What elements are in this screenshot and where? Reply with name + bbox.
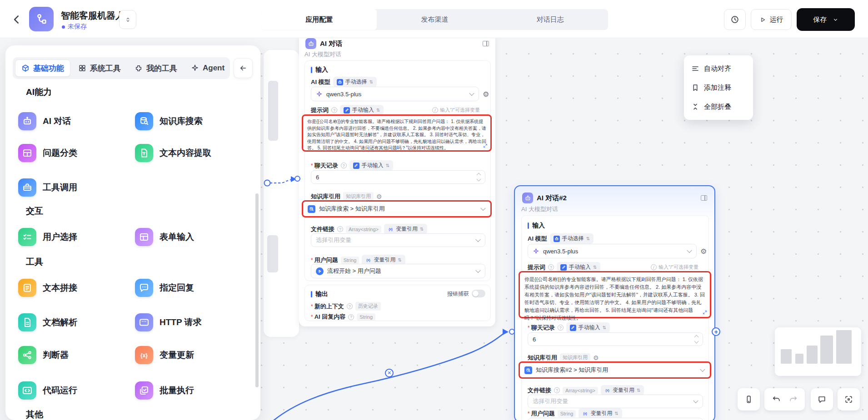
library-item-reply[interactable]: 指定回复 (135, 279, 194, 297)
kb-ref-select-annotated[interactable]: 知识库搜索#2 > 知识库引用 (519, 361, 711, 379)
robot-icon (337, 79, 343, 85)
model-settings-gear-icon[interactable]: ⚙ (700, 247, 707, 256)
library-item-variable-update[interactable]: 变量更新 (135, 346, 194, 364)
undo-icon[interactable] (772, 395, 781, 404)
chat-history-mode-pill[interactable]: 手动输入⇅ (349, 160, 393, 171)
history-button[interactable] (724, 9, 746, 30)
model-settings-gear-icon[interactable]: ⚙ (483, 90, 489, 99)
tab-conversation-logs[interactable]: 对话日志 (493, 9, 608, 30)
node-title: AI 对话#2 (537, 194, 567, 203)
tab-basic-functions[interactable]: 基础功能 (15, 59, 70, 77)
file-link-select[interactable]: 选择引用变量 (311, 233, 485, 247)
fit-view-button[interactable] (838, 388, 860, 410)
library-item-form-input[interactable]: 表单输入 (135, 228, 194, 246)
delete-edge-button[interactable]: ✕ (385, 369, 394, 377)
workflow-icon (35, 12, 48, 26)
code-icon (18, 381, 36, 400)
model-mode-pill[interactable]: 手动选择⇅ (550, 233, 594, 244)
number-stepper[interactable] (695, 336, 698, 343)
library-item-tool-call[interactable]: 工具调用 (18, 178, 77, 197)
menu-item-auto-align[interactable]: 自动对齐 (687, 59, 750, 78)
redo-icon[interactable] (789, 395, 798, 404)
prompt-text: 你是{{公司名称}}的专业智能客服。请严格根据以下规则回答用户问题： 1. 仅依… (303, 116, 490, 154)
play-icon (759, 16, 766, 23)
model-select[interactable]: qwen3.5-plus (528, 244, 697, 258)
clock-icon (730, 15, 739, 24)
error-catch-toggle[interactable] (472, 290, 485, 297)
reply-icon (135, 279, 153, 297)
library-item-doc-parse[interactable]: 文档解析 (18, 313, 77, 331)
model-mode-pill[interactable]: 手动选择⇅ (333, 77, 377, 87)
node2-input-port[interactable] (509, 329, 515, 335)
library-item-text-extract[interactable]: 文本内容提取 (135, 144, 211, 162)
run-button[interactable]: 运行 (751, 9, 792, 30)
kb-settings-gear-icon[interactable]: ⚙ (376, 193, 382, 200)
knowledge-base-icon (308, 205, 315, 213)
file-link-select[interactable]: 选择引用变量 (528, 395, 703, 408)
collapse-all-icon (691, 103, 699, 111)
comment-button[interactable] (811, 388, 833, 410)
file-link-mode-pill[interactable]: 变量引用⇅ (601, 385, 644, 395)
tab-publish-channels[interactable]: 发布渠道 (377, 9, 492, 30)
prompt-mode-pill[interactable]: 手动输入⇅ (340, 105, 384, 115)
kb-settings-gear-icon[interactable]: ⚙ (593, 354, 599, 361)
pencil-icon (353, 163, 359, 169)
kb-ref-select-annotated[interactable]: 知识库搜索 > 知识库引用 (302, 200, 492, 217)
expand-textarea-icon[interactable] (483, 143, 488, 148)
qwen-model-icon (316, 91, 323, 98)
back-button[interactable] (11, 14, 23, 25)
collapse-panel-button[interactable] (234, 58, 253, 78)
library-item-code-run[interactable]: 代码运行 (18, 381, 77, 400)
model-select[interactable]: qwen3.5-plus (311, 87, 479, 101)
save-button[interactable]: 保存 (797, 8, 855, 31)
library-item-question-classify[interactable]: 问题分类 (18, 144, 77, 162)
node-ai-chat-1[interactable]: AI 对话 AI 大模型对话 输入 AI 模型 手动选择⇅ qwen3.5-pl… (299, 33, 495, 326)
chat-history-input[interactable]: 6 (528, 332, 703, 346)
node-ai-chat-2[interactable]: AI 对话#2 AI 大模型对话 输入 AI 模型 手动选择⇅ qwen3.5-… (514, 185, 715, 420)
prompt-textarea-annotated[interactable]: 你是{{公司名称}}的专业智能客服。请严格根据以下规则回答用户问题： 1. 仅依… (519, 271, 711, 318)
prompt-text: 你是{{公司名称}}的专业智能客服。请严格根据以下规则回答用户问题： 1. 仅依… (520, 272, 710, 325)
file-link-row: 文件链接? Array<string> 变量引用⇅ (528, 385, 644, 395)
library-item-ai-chat[interactable]: AI 对话 (18, 112, 71, 130)
expand-textarea-icon[interactable] (703, 310, 707, 315)
chat-history-input[interactable]: 6 (311, 170, 485, 184)
sidebar-scrollbar[interactable] (255, 193, 259, 387)
library-item-user-select[interactable]: 用户选择 (18, 228, 77, 246)
library-item-batch[interactable]: 批量执行 (135, 381, 194, 400)
library-item-kb-search[interactable]: 知识库搜索 (135, 112, 203, 130)
number-stepper[interactable] (477, 173, 480, 181)
expand-panel-icon[interactable] (483, 41, 489, 46)
user-question-select[interactable]: 流程开始 > 用户问题 (311, 264, 485, 278)
file-link-mode-pill[interactable]: 变量引用⇅ (384, 224, 427, 234)
prompt-textarea-annotated[interactable]: 你是{{公司名称}}的专业智能客服。请严格根据以下规则回答用户问题： 1. 仅依… (302, 114, 492, 152)
library-item-http[interactable]: HTTP 请求 (135, 313, 202, 331)
robot-icon (18, 112, 36, 130)
user-question-select[interactable]: 流程开始 > 用户问题 (528, 418, 703, 420)
user-question-mode-pill[interactable]: 变量引用⇅ (579, 408, 622, 419)
menu-item-collapse-all[interactable]: 全部折叠 (687, 97, 750, 116)
variable-icon (582, 410, 588, 416)
sparkle-icon (191, 64, 199, 72)
app-title: 智能客服机器人 (61, 10, 125, 22)
tab-system-tools[interactable]: 系统工具 (72, 59, 127, 77)
tab-my-tools[interactable]: 我的工具 (129, 59, 183, 77)
menu-item-add-comment[interactable]: 添加注释 (687, 78, 750, 97)
library-item-text-join[interactable]: 文本拼接 (18, 279, 77, 297)
main-tabs: 应用配置 发布渠道 对话日志 (261, 9, 608, 30)
text-extract-icon (135, 144, 153, 162)
checklist-icon (18, 228, 36, 246)
node1-input-port[interactable] (294, 176, 300, 182)
flow-start-icon (316, 267, 324, 275)
add-next-node-button[interactable]: + (712, 327, 720, 336)
minimap[interactable] (775, 327, 861, 376)
tab-agent[interactable]: Agent (185, 59, 230, 77)
category-icon (18, 144, 36, 162)
robot-icon (522, 193, 533, 203)
mobile-preview-button[interactable] (738, 388, 760, 410)
tab-app-config[interactable]: 应用配置 (261, 9, 377, 30)
library-item-branch[interactable]: 判断器 (18, 346, 69, 364)
expand-panel-icon[interactable] (701, 195, 707, 201)
pencil-icon (560, 264, 567, 271)
puzzle-icon (135, 64, 143, 72)
app-switcher-button[interactable] (119, 10, 136, 29)
